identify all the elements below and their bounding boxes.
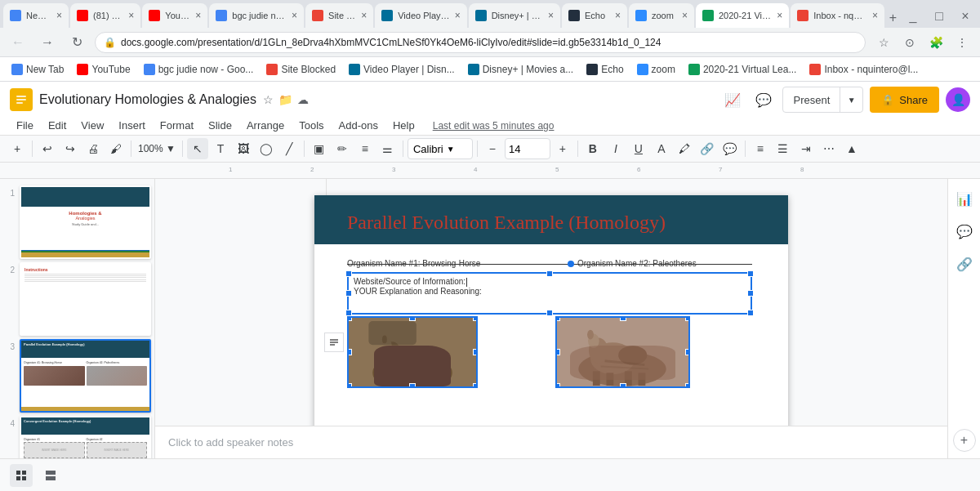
italic-btn[interactable]: I [605, 138, 626, 159]
menu-insert[interactable]: Insert [112, 116, 152, 135]
grid-view-btn[interactable] [10, 464, 33, 487]
menu-view[interactable]: View [74, 116, 110, 135]
bookmark-bgc[interactable]: bgc judie now - Goo... [139, 62, 259, 77]
menu-slide[interactable]: Slide [202, 116, 238, 135]
pen-tool[interactable]: ✏ [332, 138, 353, 159]
print-button[interactable]: 🖨 [82, 138, 104, 159]
cursor-tool[interactable]: ↖ [187, 138, 208, 159]
menu-button[interactable]: ⋮ [951, 31, 973, 54]
img1-handle-ml[interactable] [347, 349, 352, 355]
img2-handle-tl[interactable] [555, 316, 560, 321]
handle-ml[interactable] [345, 290, 352, 297]
slide-thumb-4[interactable]: 4 Convergent Evolution Example (Homology… [3, 416, 151, 458]
highlight-btn[interactable]: 🖍 [674, 138, 695, 159]
menu-tools[interactable]: Tools [292, 116, 330, 135]
bookmark-disney[interactable]: Disney+ | Movies a... [463, 62, 579, 77]
list-btn[interactable]: ☰ [773, 138, 794, 159]
img2-handle-br[interactable] [685, 383, 690, 388]
undo-button[interactable]: ↩ [37, 138, 58, 159]
comment-btn[interactable]: 💬 [719, 138, 741, 159]
canvas-scroll[interactable]: 1 2 3 Parallel Evolution Example (Homolo… [155, 179, 947, 426]
speaker-notes[interactable]: Click to add speaker notes [155, 426, 947, 458]
img2-handle-tr[interactable] [685, 316, 690, 321]
bookmark-youtube[interactable]: YouTube [72, 62, 135, 77]
tab-close-yt81[interactable]: × [128, 10, 134, 21]
tab-close-dp[interactable]: × [548, 10, 554, 21]
handle-br[interactable] [747, 310, 754, 316]
slide-preview-3[interactable]: Parallel Evolution Example (Homology) Or… [20, 339, 151, 413]
text-color-btn[interactable]: A [651, 138, 672, 159]
tab-site-blocked[interactable]: Site Blocked × [305, 3, 373, 28]
back-button[interactable]: ← [7, 31, 29, 54]
tab-echo[interactable]: Echo × [562, 3, 627, 28]
comment-icon[interactable]: 💬 [751, 87, 776, 112]
bold-btn[interactable]: B [582, 138, 604, 159]
collapse-btn[interactable]: ▲ [841, 138, 862, 159]
slide-image-paleotheres[interactable] [555, 316, 690, 388]
bookmark-virtual[interactable]: 2020-21 Virtual Lea... [684, 62, 802, 77]
handle-tm[interactable] [546, 270, 553, 277]
reload-button[interactable]: ↻ [65, 31, 88, 54]
maximize-button[interactable]: □ [928, 5, 951, 28]
share-button[interactable]: 🔒 Share [870, 87, 939, 113]
tab-close-bgc[interactable]: × [292, 10, 297, 21]
handle-mr[interactable] [747, 290, 754, 297]
fill-color-btn[interactable]: ▣ [309, 138, 330, 159]
explore-btn[interactable]: 📊 [951, 185, 978, 212]
star-icon[interactable]: ☆ [263, 93, 274, 106]
puzzle-button[interactable]: 🧩 [924, 31, 947, 54]
lens-button[interactable]: ⊙ [898, 31, 921, 54]
slide-canvas[interactable]: Parallel Evolution Example (Homology) Or… [314, 195, 788, 426]
align-btn[interactable]: ≡ [750, 138, 771, 159]
font-size-minus-btn[interactable]: − [482, 138, 503, 159]
link-btn[interactable]: 🔗 [697, 138, 718, 159]
indent-btn[interactable]: ⇥ [795, 138, 817, 159]
last-edit-text[interactable]: Last edit was 5 minutes ago [433, 120, 555, 132]
links-rs-btn[interactable]: 🔗 [951, 251, 978, 277]
present-button[interactable]: Present ▼ [782, 87, 863, 113]
folder-icon[interactable]: 📁 [278, 93, 292, 106]
img2-handle-tm[interactable] [620, 316, 626, 321]
slide-thumb-1[interactable]: 1 Homologies & Analogies Study Guide and… [3, 185, 151, 259]
menu-help[interactable]: Help [386, 116, 421, 135]
address-bar[interactable]: 🔒 docs.google.com/presentation/d/1GLn_8e… [95, 32, 866, 53]
img1-handle-br[interactable] [473, 383, 478, 388]
tab-youtube[interactable]: YouTube × [142, 3, 207, 28]
menu-arrange[interactable]: Arrange [240, 116, 291, 135]
comment-rs-btn[interactable]: 💬 [951, 218, 978, 244]
slide-textbox[interactable]: Website/Source of Information: YOUR Expl… [347, 272, 752, 315]
cloud-icon[interactable]: ☁ [297, 93, 309, 106]
font-selector[interactable]: Calibri ▼ [408, 138, 473, 159]
format-paint-button[interactable]: 🖌 [105, 138, 127, 159]
tab-disney[interactable]: Disney+ | Movies a... × [469, 3, 560, 28]
image-tool[interactable]: 🖼 [233, 138, 254, 159]
analytics-icon[interactable]: 📈 [720, 87, 745, 112]
menu-format[interactable]: Format [154, 116, 200, 135]
img2-handle-mr[interactable] [685, 349, 690, 355]
tab-close-sb[interactable]: × [361, 10, 367, 21]
text-tool[interactable]: T [210, 138, 231, 159]
filmstrip-view-btn[interactable] [39, 464, 62, 487]
new-tab-button[interactable]: + [886, 8, 900, 28]
slide-preview-1[interactable]: Homologies & Analogies Study Guide and..… [20, 185, 151, 259]
zoom-selector[interactable]: 100% ▼ [136, 138, 178, 159]
img1-handle-bm[interactable] [409, 383, 416, 388]
img1-handle-mr[interactable] [473, 349, 478, 355]
line-tool[interactable]: ╱ [278, 138, 300, 159]
tab-zoom[interactable]: zoom × [629, 3, 694, 28]
star-button[interactable]: ☆ [872, 31, 895, 54]
line-weight-btn[interactable]: ≡ [354, 138, 376, 159]
tab-youtube-81[interactable]: (81) YouTube × [70, 3, 140, 28]
handle-tl[interactable] [345, 270, 352, 277]
add-button[interactable]: + [7, 138, 28, 159]
shape-tool[interactable]: ◯ [256, 138, 277, 159]
redo-button[interactable]: ↪ [60, 138, 81, 159]
text-align-icon[interactable] [324, 333, 344, 352]
user-avatar[interactable]: 👤 [946, 87, 970, 112]
img2-handle-bm[interactable] [620, 383, 626, 388]
bookmark-site-blocked[interactable]: Site Blocked [261, 62, 341, 77]
tab-close-yt[interactable]: × [195, 10, 201, 21]
menu-addons[interactable]: Add-ons [332, 116, 385, 135]
handle-bl[interactable] [345, 310, 352, 316]
tab-new-tab[interactable]: New Tab × [3, 3, 69, 28]
